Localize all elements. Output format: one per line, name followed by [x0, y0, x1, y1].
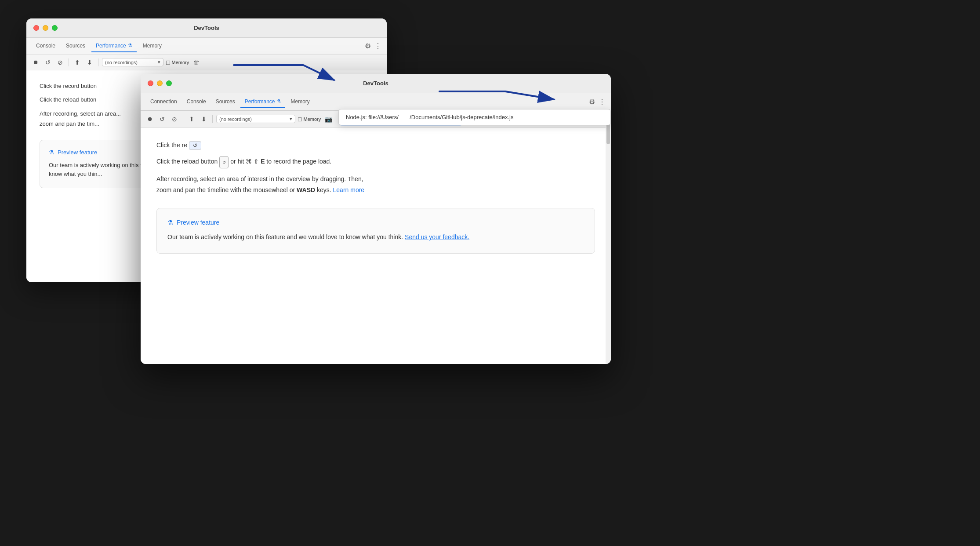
back-tab-performance[interactable]: Performance ⚗ [91, 40, 137, 52]
feedback-link[interactable]: Send us your feedback. [405, 233, 469, 240]
front-tab-console[interactable]: Console [182, 96, 211, 108]
back-checkbox-icon: □ [166, 59, 170, 66]
front-record-button[interactable]: ⏺ [145, 114, 155, 124]
vm-node-path: Node.js: file:///Users/ /Documents/GitHu… [346, 114, 513, 120]
front-upload-button[interactable]: ⬆ [187, 114, 196, 124]
front-scrollbar[interactable] [606, 108, 611, 364]
front-close-button[interactable] [148, 80, 153, 86]
back-memory-checkbox[interactable]: □ Memory [166, 59, 189, 66]
front-more-icon[interactable]: ⋮ [599, 98, 606, 106]
front-capture-button[interactable]: 📷 [323, 114, 333, 124]
front-minimize-button[interactable] [157, 80, 163, 86]
back-tab-sources[interactable]: Sources [62, 40, 90, 52]
front-select-arrow: ▾ [290, 116, 292, 122]
front-window-title: DevTools [363, 80, 388, 87]
back-toolbar: ⏺ ↺ ⊘ ⬆ ⬇ (no recordings) ▾ □ Memory 🗑 [26, 55, 387, 70]
performance-flask-icon: ⚗ [128, 43, 132, 48]
back-close-button[interactable] [33, 25, 39, 31]
vm-dropdown[interactable]: Node.js: file:///Users/ /Documents/GitHu… [338, 109, 611, 125]
front-preview-title: ⚗ Preview feature [167, 219, 584, 226]
back-clear-button[interactable]: ⊘ [55, 58, 65, 67]
back-titlebar: DevTools [26, 18, 387, 38]
front-maximize-button[interactable] [166, 80, 172, 86]
front-tabs-bar: Connection Console Sources Performance ⚗… [141, 93, 611, 111]
front-download-button[interactable]: ⬇ [199, 114, 209, 124]
front-tab-performance[interactable]: Performance ⚗ [240, 96, 286, 108]
front-preview-flask-icon: ⚗ [167, 219, 173, 226]
front-checkbox-icon: □ [298, 116, 301, 123]
front-memory-checkbox[interactable]: □ Memory [298, 116, 321, 123]
vm-dropdown-item[interactable]: Node.js: file:///Users/ /Documents/GitHu… [339, 109, 610, 125]
front-divider-2 [212, 115, 213, 123]
back-download-button[interactable]: ⬇ [85, 58, 94, 67]
learn-more-link[interactable]: Learn more [333, 186, 365, 193]
back-recordings-select[interactable]: (no recordings) ▾ [102, 58, 163, 66]
back-more-icon[interactable]: ⋮ [374, 42, 381, 50]
front-recordings-select[interactable]: (no recordings) ▾ [216, 115, 295, 123]
front-traffic-lights [148, 80, 172, 86]
back-tab-memory[interactable]: Memory [138, 40, 166, 52]
back-traffic-lights [33, 25, 58, 31]
back-minimize-button[interactable] [43, 25, 48, 31]
back-record-button[interactable]: ⏺ [31, 58, 40, 67]
back-tab-console[interactable]: Console [32, 40, 60, 52]
back-delete-button[interactable]: 🗑 [192, 58, 201, 67]
front-clear-button[interactable]: ⊘ [170, 114, 179, 124]
front-window-inner: DevTools Connection Console Sources Perf… [141, 74, 611, 364]
front-preview-text: Our team is actively working on this fea… [167, 232, 584, 243]
front-divider-1 [183, 115, 183, 123]
back-tab-icons: ⚙ ⋮ [365, 42, 381, 50]
front-tab-sources[interactable]: Sources [211, 96, 240, 108]
front-line3: After recording, select an area of inter… [156, 174, 595, 196]
front-performance-flask-icon: ⚗ [276, 98, 281, 104]
back-select-arrow: ▾ [158, 59, 160, 65]
back-tabs-bar: Console Sources Performance ⚗ Memory ⚙ ⋮ [26, 38, 387, 55]
back-maximize-button[interactable] [52, 25, 58, 31]
back-divider-1 [69, 58, 69, 66]
front-tab-memory[interactable]: Memory [286, 96, 314, 108]
back-settings-icon[interactable]: ⚙ [365, 42, 371, 50]
front-tab-connection[interactable]: Connection [146, 96, 181, 108]
back-reload-button[interactable]: ↺ [43, 58, 53, 67]
front-preview-box: ⚗ Preview feature Our team is actively w… [156, 208, 595, 254]
front-line1: Click the re↺ [156, 140, 595, 151]
front-line2: Click the reload button ↺ or hit ⌘ ⇧ E t… [156, 156, 595, 168]
front-reload-button[interactable]: ↺ [157, 114, 167, 124]
front-settings-icon[interactable]: ⚙ [589, 98, 595, 106]
front-content: Click the re↺ Click the reload button ↺ … [141, 127, 611, 364]
back-divider-2 [98, 58, 98, 66]
front-tab-icons: ⚙ ⋮ [589, 98, 606, 106]
back-preview-flask-icon: ⚗ [49, 149, 54, 156]
back-window-title: DevTools [194, 25, 219, 31]
front-devtools-window: DevTools Connection Console Sources Perf… [141, 74, 611, 364]
back-upload-button[interactable]: ⬆ [73, 58, 82, 67]
front-titlebar: DevTools [141, 74, 611, 93]
